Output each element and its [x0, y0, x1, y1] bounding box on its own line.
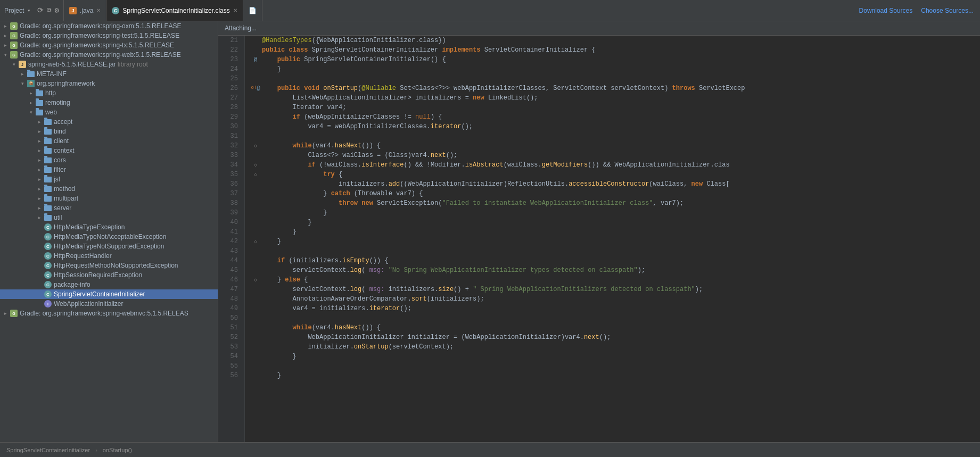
sidebar-item-jsf[interactable]: jsf: [0, 175, 218, 184]
sidebar-item-remoting[interactable]: remoting: [0, 98, 218, 107]
project-tree: G Gradle: org.springframework:spring-oxm…: [0, 21, 218, 442]
sidebar-item-HttpSessionRequiredException[interactable]: C HttpSessionRequiredException: [0, 270, 218, 280]
tree-arrow-util: [35, 213, 44, 222]
tree-arrow-httpmedia-na: [35, 232, 44, 241]
sidebar-item-web[interactable]: web: [0, 107, 218, 117]
code-line-33: Class<?> waiClass = (Class)var4.next();: [249, 151, 980, 160]
attaching-status: Attaching...: [225, 24, 257, 32]
sidebar-label-http: http: [45, 89, 56, 97]
gradle-icon-webmvc: G: [10, 309, 18, 318]
settings-icon[interactable]: ⚙: [55, 6, 59, 15]
tree-arrow-remoting: [27, 98, 35, 107]
gradle-icon-oxm: G: [10, 22, 18, 30]
folder-icon-method: [44, 185, 52, 193]
tab-unknown-icon: 📄: [249, 7, 257, 14]
sidebar-item-accept[interactable]: accept: [0, 117, 218, 127]
sidebar-item-context[interactable]: context: [0, 146, 218, 155]
sidebar-item-multipart[interactable]: multipart: [0, 194, 218, 203]
jar-icon: J: [18, 60, 27, 69]
sidebar-label-server: server: [54, 204, 71, 212]
sidebar-item-cors[interactable]: cors: [0, 155, 218, 165]
java-tab-icon: J: [69, 7, 77, 14]
project-label: Project: [4, 7, 24, 14]
sidebar-item-jar[interactable]: J spring-web-5.1.5.RELEASE.jar library r…: [0, 60, 218, 69]
sidebar-label-web: web: [45, 109, 57, 116]
sidebar-item-method[interactable]: method: [0, 184, 218, 194]
code-line-25: [249, 74, 980, 84]
sidebar-item-filter[interactable]: filter: [0, 165, 218, 175]
collapse-icon[interactable]: ⧉: [47, 7, 52, 14]
code-line-28: Iterator var4;: [249, 103, 980, 112]
sidebar-item-HttpMediaTypeNotSupportedException[interactable]: C HttpMediaTypeNotSupportedException: [0, 242, 218, 251]
sidebar-item-client[interactable]: client: [0, 136, 218, 146]
sidebar-label-jsf: jsf: [54, 176, 60, 183]
sidebar-label-util: util: [54, 214, 62, 221]
gradle-icon-test: G: [10, 31, 18, 40]
tree-arrow-meta-inf: [18, 70, 27, 78]
code-line-27: List<WebApplicationInitializer> initiali…: [249, 93, 980, 103]
tree-arrow-method: [35, 185, 44, 193]
sidebar-item-server[interactable]: server: [0, 203, 218, 213]
sidebar-label-HttpMediaTypeException: HttpMediaTypeException: [54, 223, 125, 231]
sidebar-item-HttpRequestMethodNotSupportedException[interactable]: C HttpRequestMethodNotSupportedException: [0, 261, 218, 270]
class-icon-ssci: C: [44, 290, 52, 298]
tab-java-close[interactable]: ✕: [96, 7, 101, 13]
sidebar-item-meta-inf[interactable]: META-INF: [0, 69, 218, 79]
folder-icon-context: [44, 146, 52, 155]
sidebar-item-HttpMediaTypeException[interactable]: C HttpMediaTypeException: [0, 222, 218, 232]
sidebar-item-gradle-tx[interactable]: G Gradle: org.springframework:spring-tx:…: [0, 40, 218, 50]
sidebar-label-gradle-oxm: Gradle: org.springframework:spring-oxm:5…: [20, 22, 181, 30]
code-line-24: }: [249, 64, 980, 74]
sidebar-item-util[interactable]: util: [0, 213, 218, 222]
sidebar-label-HttpRequestMethodNotSupportedException: HttpRequestMethodNotSupportedException: [54, 262, 178, 269]
sidebar-item-gradle-web[interactable]: G Gradle: org.springframework:spring-web…: [0, 50, 218, 60]
sidebar-item-gradle-oxm[interactable]: G Gradle: org.springframework:spring-oxm…: [0, 21, 218, 31]
tree-arrow-httpsession: [35, 271, 44, 279]
sync-icon[interactable]: ⟳: [37, 6, 44, 15]
tab-class-close[interactable]: ✕: [233, 7, 237, 13]
tree-arrow-wai: [35, 300, 44, 308]
tab-java-label: .java: [80, 7, 93, 14]
sidebar-item-HttpRequestHandler[interactable]: C HttpRequestHandler: [0, 251, 218, 261]
tab-unknown[interactable]: 📄: [243, 0, 262, 21]
tab-class[interactable]: C SpringServletContainerInitializer.clas…: [106, 0, 243, 21]
sidebar-item-WebApplicationInitializer[interactable]: I WebApplicationInitializer: [0, 299, 218, 309]
sidebar-item-gradle-webmvc[interactable]: G Gradle: org.springframework:spring-web…: [0, 309, 218, 318]
code-lines[interactable]: @HandlesTypes({WebApplicationInitializer…: [245, 36, 980, 442]
sidebar-item-bind[interactable]: bind: [0, 127, 218, 136]
tree-arrow-gradle-tx: [1, 41, 10, 49]
tab-java[interactable]: J .java ✕: [64, 0, 106, 21]
code-line-55: [249, 361, 980, 371]
tree-arrow-httpmedia-ns: [35, 242, 44, 251]
project-dropdown-icon[interactable]: ▾: [27, 7, 30, 14]
sidebar-label-gradle-tx: Gradle: org.springframework:spring-tx:5.…: [20, 41, 174, 49]
sidebar-item-package-info[interactable]: C package-info: [0, 280, 218, 289]
sidebar-label-HttpMediaTypeNotAcceptableException: HttpMediaTypeNotAcceptableException: [54, 233, 166, 240]
choose-sources-button[interactable]: Choose Sources...: [921, 7, 974, 14]
top-bar: Project ▾ ⟳ ⧉ ⚙ J .java ✕ C SpringServle…: [0, 0, 980, 21]
main-content: G Gradle: org.springframework:spring-oxm…: [0, 21, 980, 442]
sidebar-item-HttpMediaTypeNotAcceptableException[interactable]: C HttpMediaTypeNotAcceptableException: [0, 232, 218, 242]
sidebar-item-http[interactable]: http: [0, 88, 218, 98]
class-icon-httpmedia-ns: C: [44, 242, 52, 251]
gradle-icon-web: G: [10, 51, 18, 59]
line-numbers: 2122232425262728293031323334353637383940…: [218, 36, 245, 442]
tree-arrow-multipart: [35, 194, 44, 203]
sidebar-item-SpringServletContainerInitializer[interactable]: C SpringServletContainerInitializer: [0, 289, 218, 299]
tree-arrow-gradle-webmvc: [1, 309, 10, 318]
tree-arrow-httpmedia: [35, 223, 44, 231]
code-line-37: } catch (Throwable var7) {: [249, 189, 980, 198]
sidebar-item-gradle-test[interactable]: G Gradle: org.springframework:spring-tes…: [0, 31, 218, 40]
code-line-41: }: [249, 227, 980, 237]
sidebar-item-org-springframework[interactable]: 📦 org.springframework: [0, 79, 218, 88]
attaching-bar: Attaching...: [218, 21, 980, 36]
code-line-46: ◇ } else {: [249, 275, 980, 285]
code-line-23: @ public SpringServletContainerInitializ…: [249, 55, 980, 64]
class-icon-httpmedia-na: C: [44, 232, 52, 241]
tree-arrow-server: [35, 204, 44, 212]
download-sources-button[interactable]: Download Sources: [859, 7, 913, 14]
tree-arrow-bind: [35, 127, 44, 136]
tree-arrow-accept: [35, 118, 44, 126]
code-line-45: servletContext.log( msg: "No Spring WebA…: [249, 265, 980, 275]
code-line-50: [249, 313, 980, 323]
